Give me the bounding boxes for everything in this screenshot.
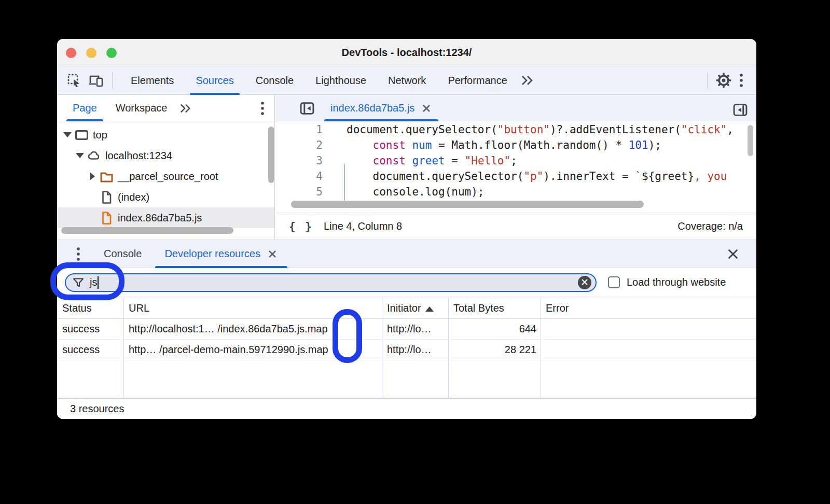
column-resize-handle[interactable] [541,298,541,398]
cloud-icon [87,149,101,163]
close-drawer-icon[interactable] [724,245,742,263]
document-icon [100,190,114,204]
panel-tab-performance[interactable]: Performance [437,66,518,95]
cell-status: success [62,339,120,360]
devtools-window: DevTools - localhost:1234/ Elements Sour… [57,39,756,419]
zoom-window-button[interactable] [106,48,117,58]
cell-total-bytes: 644 [453,318,536,339]
indent-guide [344,164,345,201]
expand-arrow-icon[interactable] [74,149,86,162]
js-document-icon [100,211,114,225]
inspect-element-icon[interactable] [65,72,83,89]
panel-tab-console[interactable]: Console [245,66,305,95]
code-area[interactable]: 1 document.querySelector("button")?.addE… [275,122,756,201]
text-caret [98,276,99,289]
code-line: 5 console.log(num); [275,184,756,200]
drawer-kebab-menu-icon[interactable] [70,245,87,263]
cell-total-bytes: 28 221 [453,339,536,360]
file-tree: top localhost:1234 __parcel_source_root [57,121,274,228]
no-arrow-spacer [86,212,99,224]
line-number[interactable]: 3 [275,153,323,169]
editor-status-bar: { } Line 4, Column 8 Coverage: n/a [275,213,756,240]
close-drawer-tab-icon[interactable] [267,248,278,260]
drawer: Console Developer resources js ✕ [57,240,756,419]
expand-arrow-icon[interactable] [61,129,74,141]
sidebar-horizontal-scrollbar[interactable] [61,227,233,234]
tree-item-index-js[interactable]: index.86da7ba5.js [57,207,274,228]
column-resize-handle[interactable] [448,298,449,398]
panel-tab-network[interactable]: Network [377,66,437,95]
hide-navigator-panel-icon[interactable] [298,100,316,117]
sources-sidebar: Page Workspace [57,95,275,240]
cell-initiator: http://lo… [387,318,445,339]
pretty-print-braces-icon[interactable]: { } [289,220,313,233]
tree-item-label: __parcel_source_root [118,171,218,183]
settings-gear-icon[interactable] [715,72,732,89]
load-through-website-label[interactable]: Load through website [627,276,726,288]
line-number[interactable]: 5 [275,184,323,200]
load-through-website-checkbox[interactable] [608,276,620,288]
code-line: 2 const num = Math.floor(Math.random() *… [275,137,756,153]
coverage-status: Coverage: n/a [677,220,743,232]
clear-filter-icon[interactable]: ✕ [578,276,591,289]
cell-status: success [62,318,120,339]
more-tabs-chevron-icon[interactable] [518,72,536,89]
frame-icon [75,128,89,142]
minimize-window-button[interactable] [86,48,96,58]
sidebar-tab-workspace[interactable]: Workspace [106,95,177,121]
column-header-initiator[interactable]: Initiator [387,298,445,318]
toolbar-divider [112,72,113,89]
panel-tab-elements[interactable]: Elements [120,66,185,95]
editor-tab-bar: index.86da7ba5.js [275,95,756,121]
editor-horizontal-scrollbar[interactable] [291,201,644,208]
collapse-arrow-icon[interactable] [86,170,99,183]
line-number[interactable]: 2 [275,137,323,153]
resources-table: Status URL Initiator Total Bytes Error s… [57,298,756,398]
sidebar-vertical-scrollbar[interactable] [268,127,274,183]
drawer-tab-developer-resources[interactable]: Developer resources [153,240,289,268]
drawer-tab-label: Developer resources [164,248,260,260]
tree-item-label: index.86da7ba5.js [118,212,202,224]
filter-funnel-icon [72,276,85,289]
column-header-url[interactable]: URL [129,298,378,318]
code-line: 4 document.querySelector("p").innerText … [275,169,756,184]
sources-panel: Page Workspace [57,95,756,240]
filter-input[interactable]: js ✕ [65,273,597,292]
tree-item-parcel-source-root[interactable]: __parcel_source_root [57,166,274,187]
resources-count: 3 resources [70,403,125,415]
panel-tab-sources[interactable]: Sources [185,66,244,95]
editor-file-tab-label: index.86da7ba5.js [330,102,414,114]
code-line: 1 document.querySelector("button")?.addE… [275,122,756,137]
tree-item-localhost[interactable]: localhost:1234 [57,145,274,166]
folder-icon [100,170,114,184]
close-window-button[interactable] [66,48,76,58]
code-editor: index.86da7ba5.js 1 document.quer [275,95,756,240]
device-toolbar-icon[interactable] [87,72,105,89]
panel-tab-lighthouse[interactable]: Lighthouse [305,66,377,95]
main-toolbar: Elements Sources Console Lighthouse Netw… [57,66,756,95]
tree-item-top[interactable]: top [57,124,274,145]
column-resize-handle[interactable] [123,298,124,398]
tree-item-index[interactable]: (index) [57,187,274,207]
sidebar-more-tabs-chevron-icon[interactable] [176,100,194,117]
column-header-error[interactable]: Error [546,298,701,318]
cell-url: http… /parcel-demo-main.59712990.js.map [129,339,381,360]
editor-file-tab[interactable]: index.86da7ba5.js [322,95,440,121]
sidebar-tab-page[interactable]: Page [63,95,106,121]
close-file-tab-icon[interactable] [421,103,432,114]
tree-item-label: localhost:1234 [105,150,172,162]
column-resize-handle[interactable] [382,298,382,398]
kebab-menu-icon[interactable] [732,72,750,89]
dock-panel-right-icon[interactable] [731,101,749,119]
filter-toolbar: js ✕ Load through website [57,268,756,297]
drawer-tab-bar: Console Developer resources [57,240,756,268]
window-title: DevTools - localhost:1234/ [342,47,472,59]
column-header-total-bytes[interactable]: Total Bytes [453,298,536,318]
line-number[interactable]: 1 [275,122,323,137]
sidebar-kebab-menu-icon[interactable] [254,100,271,117]
column-header-status[interactable]: Status [62,298,120,318]
tree-item-label: (index) [118,191,149,203]
drawer-tab-console[interactable]: Console [92,240,153,268]
editor-vertical-scrollbar[interactable] [748,125,753,156]
line-number[interactable]: 4 [275,169,323,184]
